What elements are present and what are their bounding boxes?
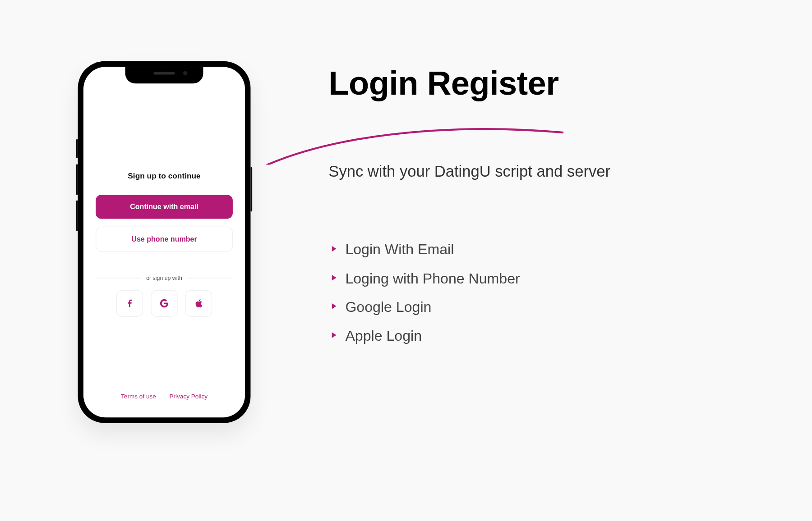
privacy-link[interactable]: Privacy Policy bbox=[169, 393, 208, 400]
apple-login-button[interactable] bbox=[185, 290, 212, 316]
feature-slide: Sign up to continue Continue with email … bbox=[0, 0, 812, 521]
list-item: Login With Email bbox=[332, 239, 622, 260]
phone-screen: Sign up to continue Continue with email … bbox=[83, 67, 245, 417]
google-login-button[interactable] bbox=[151, 290, 177, 316]
use-phone-button[interactable]: Use phone number bbox=[96, 227, 233, 252]
page-subtitle: Sync with your DatingU script and server bbox=[328, 159, 618, 184]
or-divider: or sign up with bbox=[96, 275, 233, 281]
feature-list: Login With Email Loging with Phone Numbe… bbox=[332, 239, 622, 354]
google-icon bbox=[159, 298, 169, 308]
terms-link[interactable]: Terms of use bbox=[121, 393, 156, 400]
underline-swoosh-icon bbox=[262, 114, 574, 165]
page-title: Login Register bbox=[328, 64, 558, 102]
phone-mockup: Sign up to continue Continue with email … bbox=[78, 61, 251, 423]
apple-icon bbox=[194, 298, 203, 308]
or-label: or sign up with bbox=[146, 275, 182, 281]
facebook-login-button[interactable] bbox=[116, 290, 143, 316]
list-item: Apple Login bbox=[332, 326, 622, 347]
list-item: Loging with Phone Number bbox=[332, 268, 622, 289]
continue-email-button[interactable]: Continue with email bbox=[96, 195, 233, 219]
facebook-icon bbox=[125, 298, 134, 308]
list-item: Google Login bbox=[332, 297, 622, 318]
signup-heading: Sign up to continue bbox=[96, 171, 233, 180]
